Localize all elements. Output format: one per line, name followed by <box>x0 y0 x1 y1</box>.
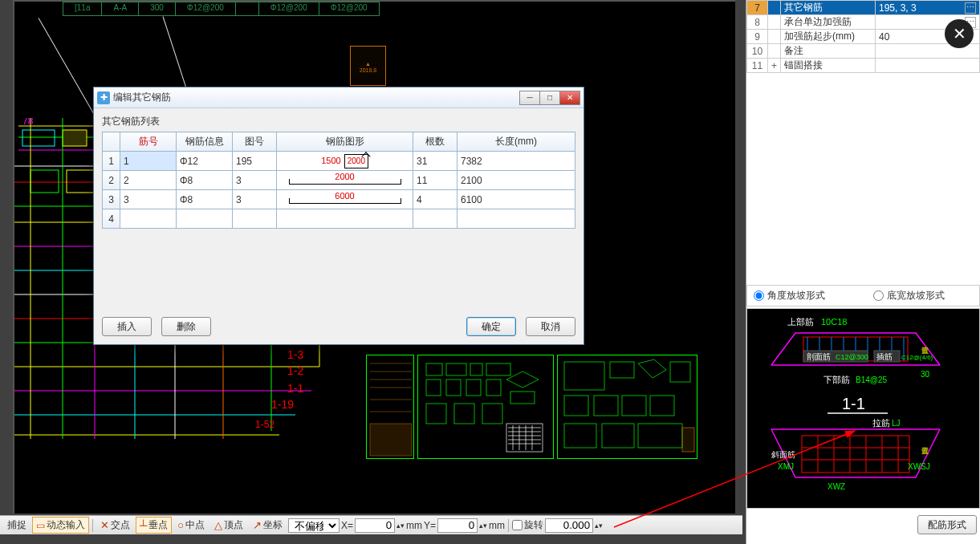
sb-snap[interactable]: 捕捉 <box>3 517 30 534</box>
property-row[interactable]: 10备注 <box>747 44 980 59</box>
svg-rect-53 <box>446 363 466 376</box>
ok-button[interactable]: 确定 <box>466 317 516 336</box>
svg-text:斜面筋: 斜面筋 <box>771 450 795 459</box>
col-qty[interactable]: 根数 <box>413 132 457 152</box>
svg-text:拉筋: 拉筋 <box>872 418 890 428</box>
svg-rect-83 <box>564 424 596 448</box>
property-row[interactable]: 8承台单边加强筋⋯ <box>747 15 980 30</box>
rebar-list-table[interactable]: 筋号 钢筋信息 图号 钢筋图形 根数 长度(mm) 11Φ12195150020… <box>102 132 575 229</box>
ellipsis-button[interactable]: ⋯ <box>965 2 976 14</box>
cancel-button[interactable]: 取消 <box>526 317 575 336</box>
svg-text:C12@300: C12@300 <box>836 353 868 361</box>
col-rebar-info[interactable]: 钢筋信息 <box>177 132 233 152</box>
svg-rect-14 <box>67 170 95 193</box>
svg-text:1-1: 1-1 <box>842 395 865 412</box>
dialog-icon: ✚ <box>97 91 110 104</box>
radio-angle-slope[interactable]: 角度放坡形式 <box>754 289 825 302</box>
sb-coord[interactable]: ↗坐标 <box>249 517 287 534</box>
svg-rect-13 <box>30 170 59 193</box>
svg-rect-55 <box>486 363 510 376</box>
svg-text:XWZ: XWZ <box>828 482 845 491</box>
properties-panel: ✕ 7其它钢筋195, 3, 3⋯8承台单边加强筋⋯9加强筋起步(mm)4010… <box>746 0 980 544</box>
status-bar: 捕捉 ▭动态输入 ✕交点 ┴垂点 ○中点 △顶点 ↗坐标 不偏移 X= ▴▾ m… <box>0 515 742 534</box>
svg-rect-81 <box>622 396 646 416</box>
delete-button[interactable]: 删除 <box>161 317 211 336</box>
radio-width-slope[interactable]: 底宽放坡形式 <box>873 289 945 302</box>
sb-offset-select[interactable]: 不偏移 <box>288 518 340 533</box>
svg-rect-78 <box>670 362 690 382</box>
svg-rect-75 <box>564 362 604 390</box>
svg-rect-80 <box>594 396 618 416</box>
edit-other-rebar-dialog: ✚ 编辑其它钢筋 ─ □ ✕ 其它钢筋列表 筋号 钢筋信息 图号 钢筋图形 根数… <box>93 87 584 345</box>
svg-text:剖面筋: 剖面筋 <box>807 352 831 361</box>
svg-rect-56 <box>426 380 441 396</box>
svg-text:XWSJ: XWSJ <box>908 462 930 471</box>
svg-rect-52 <box>426 363 442 376</box>
col-length[interactable]: 长度(mm) <box>457 132 575 152</box>
svg-text:下部筋: 下部筋 <box>823 375 850 384</box>
svg-rect-51 <box>370 424 412 456</box>
table-row[interactable]: 4 <box>103 209 575 229</box>
svg-rect-84 <box>602 424 634 448</box>
overlay-close-icon[interactable]: ✕ <box>945 19 974 48</box>
svg-marker-60 <box>506 371 539 388</box>
sb-rotate-input[interactable] <box>545 518 593 533</box>
cad-sheet-thumb <box>366 355 414 459</box>
sb-y-label: Y= <box>424 520 436 531</box>
sb-midpoint[interactable]: ○中点 <box>173 517 209 534</box>
sb-perp[interactable]: ┴垂点 <box>136 517 172 534</box>
svg-text:1-3: 1-3 <box>287 348 303 361</box>
insert-button[interactable]: 插入 <box>102 317 152 336</box>
sb-intersect[interactable]: ✕交点 <box>96 517 134 534</box>
svg-text:1-19: 1-19 <box>271 398 294 411</box>
svg-text:C12@(4/6): C12@(4/6) <box>901 354 933 361</box>
svg-text:1-2: 1-2 <box>287 364 303 377</box>
svg-text:78: 78 <box>22 118 34 127</box>
sb-x-input[interactable] <box>355 518 395 533</box>
svg-rect-86 <box>682 428 694 452</box>
svg-text:插筋: 插筋 <box>876 352 893 361</box>
svg-rect-64 <box>482 404 502 424</box>
property-row[interactable]: 11+锚固搭接 <box>747 59 980 73</box>
cad-line <box>163 16 189 92</box>
col-img-num[interactable]: 图号 <box>233 132 277 152</box>
diag-top-label: 上部筋 <box>787 317 814 327</box>
svg-text:1-52: 1-52 <box>255 419 274 430</box>
section-diagram: 上部筋 10C18 剖面筋 C12@300 插筋 C12@(4/6) 30 节点… <box>746 308 980 509</box>
svg-rect-4 <box>22 130 55 146</box>
maximize-button[interactable]: □ <box>539 91 560 105</box>
sb-vertex[interactable]: △顶点 <box>210 517 247 534</box>
table-row[interactable]: 33Φ83600046100 <box>103 190 575 209</box>
rebar-form-button[interactable]: 配筋形式 <box>917 515 977 534</box>
svg-rect-57 <box>446 380 461 396</box>
dialog-subtitle: 其它钢筋列表 <box>102 115 575 128</box>
cad-header-strip: [11a A-A 300 Φ12@200 Φ12@200 Φ12@200 <box>63 2 380 16</box>
svg-rect-61 <box>510 392 535 404</box>
svg-text:节点设置: 节点设置 <box>922 447 929 455</box>
table-row[interactable]: 11Φ1219515002000317382 <box>103 152 575 171</box>
svg-rect-5 <box>63 130 87 146</box>
col-rebar-id[interactable]: 筋号 <box>120 132 177 152</box>
sb-y-input[interactable] <box>437 518 478 533</box>
close-button[interactable]: ✕ <box>559 91 580 105</box>
minimize-button[interactable]: ─ <box>519 91 540 105</box>
svg-rect-63 <box>454 404 474 424</box>
cad-sheet-thumb <box>417 355 554 459</box>
svg-marker-77 <box>638 359 666 378</box>
svg-text:10C18: 10C18 <box>821 317 847 327</box>
svg-rect-85 <box>638 424 682 448</box>
col-shape[interactable]: 钢筋图形 <box>277 132 413 152</box>
svg-rect-58 <box>466 380 481 396</box>
table-row[interactable]: 22Φ832000112100 <box>103 171 575 190</box>
svg-text:B14@25: B14@25 <box>856 376 888 384</box>
svg-text:30: 30 <box>921 370 930 379</box>
property-row[interactable]: 7其它钢筋195, 3, 3⋯ <box>747 1 980 15</box>
dialog-titlebar[interactable]: ✚ 编辑其它钢筋 ─ □ ✕ <box>94 87 584 108</box>
dialog-title: 编辑其它钢筋 <box>113 91 520 104</box>
sb-rotate-check[interactable] <box>512 520 523 530</box>
svg-rect-79 <box>564 396 588 416</box>
svg-text:LJ: LJ <box>892 419 901 428</box>
cad-sheet-thumb <box>557 355 697 459</box>
sb-dyninput[interactable]: ▭动态输入 <box>32 517 89 534</box>
sb-rotate-label: 旋转 <box>524 518 543 532</box>
